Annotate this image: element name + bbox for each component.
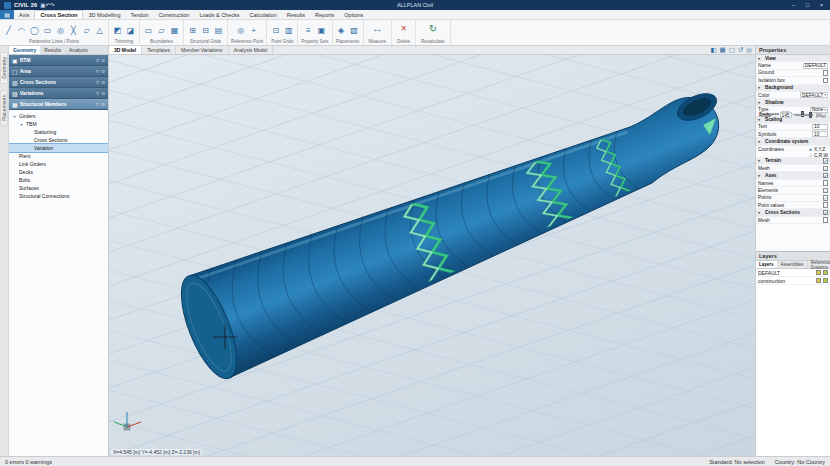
panel-tab[interactable]: Analysis	[65, 46, 92, 54]
boundary-rectangle-icon[interactable]: ▭	[143, 25, 154, 36]
close-button[interactable]: ×	[817, 2, 826, 8]
pin-icon[interactable]: ⊙	[101, 69, 105, 74]
intersection-icon[interactable]: ╳	[68, 25, 79, 36]
collapse-icon[interactable]: ▾	[758, 210, 763, 215]
filter-icon[interactable]: ▽	[96, 69, 99, 74]
add-reference-point-icon[interactable]: +	[248, 25, 259, 36]
checkbox[interactable]	[823, 180, 829, 186]
collapse-icon[interactable]: ▾	[758, 100, 763, 105]
filter-icon[interactable]: ▽	[96, 102, 99, 107]
grid-lines-icon[interactable]: ▤	[213, 25, 224, 36]
grid-remove-icon[interactable]: ⊟	[200, 25, 211, 36]
tree-item[interactable]: Bolts	[9, 176, 108, 184]
ribbon-action-button[interactable]: ↻ Recalculate	[416, 20, 451, 45]
layers-tab[interactable]: Reference Systems	[808, 261, 830, 268]
viewport-tab[interactable]: Analysis Model	[229, 46, 274, 54]
parametric-arc-icon[interactable]: ◠	[16, 25, 27, 36]
checkbox[interactable]	[823, 217, 829, 223]
viewport-tab[interactable]: 3D Model	[109, 46, 142, 54]
parametric-polygon-icon[interactable]: ▱	[81, 25, 92, 36]
menu-tab[interactable]: Cross Section	[34, 10, 83, 19]
pin-icon[interactable]: ⊙	[101, 80, 105, 85]
checkbox[interactable]: ✓	[823, 188, 829, 194]
property-set-icon[interactable]: ≡	[303, 25, 314, 36]
pin-icon[interactable]: ⊙	[101, 91, 105, 96]
layer-color-chip[interactable]	[816, 278, 821, 283]
docked-panel-tab[interactable]: Placements	[0, 90, 8, 126]
tree-item[interactable]: Cross Sections	[9, 136, 108, 144]
checkbox[interactable]: ✓	[823, 195, 829, 201]
reference-point-icon[interactable]: ◎	[235, 25, 246, 36]
parametric-line-icon[interactable]: ╱	[3, 25, 14, 36]
grid-add-icon[interactable]: ⊞	[187, 25, 198, 36]
parametric-rectangle-icon[interactable]: ▭	[42, 25, 53, 36]
menu-tab[interactable]: Axis	[14, 10, 34, 19]
radio-button[interactable]: ●	[809, 147, 812, 152]
viewport-tab[interactable]: Member Variations	[176, 46, 229, 54]
collapse-icon[interactable]: ▾	[758, 158, 763, 163]
value-input[interactable]: 145	[780, 112, 792, 118]
menu-tab[interactable]: Calculation	[244, 10, 281, 19]
sidebar-section-bar[interactable]: ▣ BTM ▽ ⊙	[9, 55, 108, 66]
checkbox[interactable]	[823, 78, 829, 84]
point-grid-icon[interactable]: ⊡	[270, 25, 281, 36]
layer-color-chip[interactable]	[816, 270, 821, 275]
expander-icon[interactable]: ▾	[19, 122, 24, 127]
view-mode-icon[interactable]: ◧	[710, 46, 716, 54]
parametric-point-icon[interactable]: ◎	[55, 25, 66, 36]
tree-item[interactable]: Structural Connections	[9, 192, 108, 200]
3d-canvas[interactable]: X=4.545 [m] Y=-4.452 [m] Z=-2.236 [m]	[109, 55, 755, 456]
dropdown[interactable]: DEFAULT▾	[800, 92, 828, 98]
checkbox[interactable]: ✓	[823, 166, 829, 172]
sidebar-section-bar[interactable]: ▦ Structural Members ▽ ⊙	[9, 99, 108, 110]
sidebar-section-bar[interactable]: ▥ Cross Sections ▽ ⊙	[9, 77, 108, 88]
ribbon-action-button[interactable]: × Delete	[392, 20, 416, 45]
panel-tab[interactable]: Geometry	[9, 46, 40, 54]
collapse-icon[interactable]: ▾	[758, 173, 763, 178]
tree-item[interactable]: ▾ Girders	[9, 112, 108, 120]
pin-icon[interactable]: ⊙	[101, 58, 105, 63]
tree-item[interactable]: Link Girders	[9, 160, 108, 168]
3d-scene[interactable]	[109, 55, 755, 456]
tree-item[interactable]: Stationing	[9, 128, 108, 136]
checkbox[interactable]	[823, 202, 829, 208]
parametric-circle-icon[interactable]: ◯	[29, 25, 40, 36]
layer-style-chip[interactable]	[823, 278, 828, 283]
menu-tab[interactable]: Reports	[310, 10, 339, 19]
tree-item[interactable]: Piers	[9, 152, 108, 160]
pin-icon[interactable]: ⊙	[101, 102, 105, 107]
menu-tab[interactable]: Tendon	[125, 10, 153, 19]
tree-item[interactable]: Decks	[9, 168, 108, 176]
sidebar-section-bar[interactable]: ▢ Area ▽ ⊙	[9, 66, 108, 77]
maximize-view-icon[interactable]: ◎	[746, 46, 752, 54]
menu-tab[interactable]: Options	[339, 10, 368, 19]
slider[interactable]	[795, 115, 814, 116]
value-input[interactable]: DEFAULT	[803, 63, 828, 69]
filter-icon[interactable]: ▽	[96, 80, 99, 85]
panel-tab[interactable]: Results	[40, 46, 65, 54]
parametric-triangle-icon[interactable]: △	[94, 25, 105, 36]
collapse-icon[interactable]: ▾	[758, 85, 763, 90]
point-grid-rows-icon[interactable]: ▥	[283, 25, 294, 36]
app-menu-button[interactable]: ▤	[0, 10, 14, 19]
filter-icon[interactable]: ▽	[96, 91, 99, 96]
grid-toggle-icon[interactable]: ▦	[720, 46, 726, 54]
ribbon-action-button[interactable]: ↔ Measure	[364, 20, 393, 45]
isolation-box-icon[interactable]: ▢	[729, 46, 735, 54]
checkbox[interactable]	[823, 70, 829, 76]
tree-item[interactable]: Surfaces	[9, 184, 108, 192]
radio-button[interactable]: ○	[809, 153, 812, 158]
viewport-tab[interactable]: Templates	[142, 46, 176, 54]
checkbox[interactable]: ✓	[823, 173, 829, 179]
trim-icon[interactable]: ◩	[112, 25, 123, 36]
menu-tab[interactable]: 3D Modelling	[83, 10, 125, 19]
boundary-offset-icon[interactable]: ▱	[156, 25, 167, 36]
tree-item[interactable]: Variation	[9, 144, 108, 152]
collapse-icon[interactable]: ▾	[758, 56, 763, 61]
maximize-button[interactable]: □	[803, 2, 812, 8]
redo-icon[interactable]: ↷	[50, 2, 55, 8]
property-list-icon[interactable]: ▣	[316, 25, 327, 36]
layer-style-chip[interactable]	[823, 270, 828, 275]
value-input[interactable]: 10	[812, 124, 828, 130]
checkbox[interactable]: ✓	[823, 158, 829, 164]
